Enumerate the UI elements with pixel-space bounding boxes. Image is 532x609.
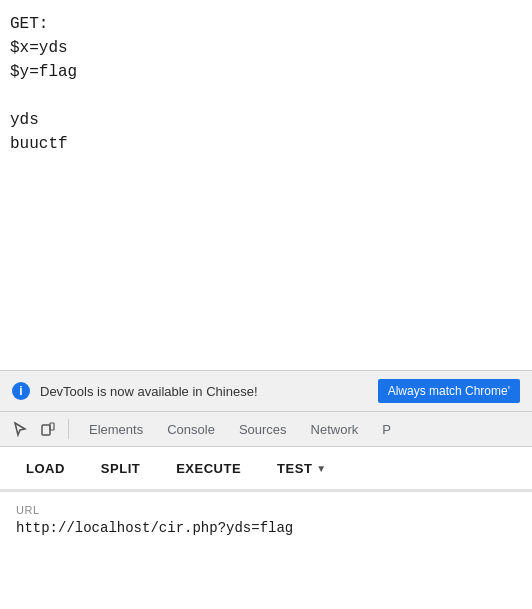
toolbar-divider — [68, 419, 69, 439]
test-button[interactable]: TEST ▼ — [259, 446, 345, 490]
tab-sources[interactable]: Sources — [227, 411, 299, 447]
info-icon: i — [12, 382, 30, 400]
tab-network[interactable]: Network — [299, 411, 371, 447]
url-section: URL http://localhost/cir.php?yds=flag — [0, 491, 532, 548]
main-content-area: GET: $x=yds $y=flag yds buuctf — [0, 0, 532, 370]
device-icon[interactable] — [36, 417, 60, 441]
toolbar-tabs: Elements Console Sources Network P — [77, 411, 403, 447]
url-value: http://localhost/cir.php?yds=flag — [16, 520, 516, 536]
svg-rect-0 — [42, 425, 50, 435]
svg-rect-1 — [50, 423, 54, 430]
chevron-down-icon: ▼ — [316, 463, 326, 474]
load-button[interactable]: LOAD — [8, 446, 83, 490]
cursor-icon[interactable] — [8, 417, 32, 441]
execute-button[interactable]: EXECUTE — [158, 446, 259, 490]
url-label: URL — [16, 504, 516, 516]
notification-message: DevTools is now available in Chinese! — [40, 384, 368, 399]
tab-more[interactable]: P — [370, 411, 403, 447]
devtools-notification-bar: i DevTools is now available in Chinese! … — [0, 370, 532, 411]
always-match-button[interactable]: Always match Chrome' — [378, 379, 520, 403]
action-bar: LOAD SPLIT EXECUTE TEST ▼ — [0, 447, 532, 491]
tab-elements[interactable]: Elements — [77, 411, 155, 447]
split-button[interactable]: SPLIT — [83, 446, 158, 490]
response-text: GET: $x=yds $y=flag yds buuctf — [10, 12, 522, 156]
tab-console[interactable]: Console — [155, 411, 227, 447]
devtools-toolbar: Elements Console Sources Network P — [0, 411, 532, 447]
